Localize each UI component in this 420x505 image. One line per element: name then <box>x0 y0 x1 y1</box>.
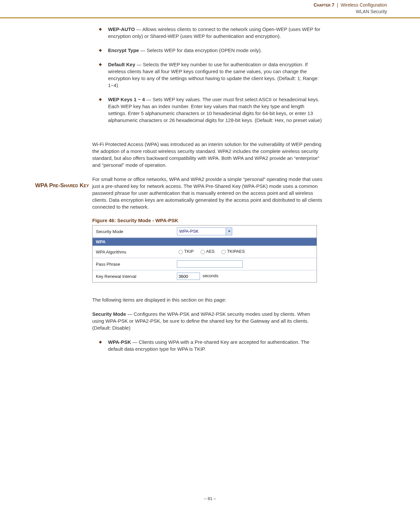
term: Default Key <box>108 62 135 67</box>
page-footer: – 81 – <box>0 496 420 501</box>
list-item: Default Key — Selects the WEP key number… <box>99 61 323 89</box>
term-text: — Selects WEP for data encryption (OPEN … <box>139 47 262 53</box>
radio-tkipaes[interactable]: TKIPAES <box>220 249 245 254</box>
term: Encrypt Type <box>108 47 139 53</box>
term-text: — Allows wireless clients to connect to … <box>108 26 320 39</box>
body-paragraph: For small home or office networks, WPA a… <box>92 176 323 210</box>
term: Security Mode <box>92 311 126 317</box>
radio-label: TKIPAES <box>227 249 245 254</box>
key-renewal-input[interactable] <box>177 273 200 280</box>
security-mode-select[interactable]: WPA-PSK <box>177 227 232 235</box>
chapter-title: Wireless Configuration <box>341 2 387 8</box>
radio-aes[interactable]: AES <box>199 249 215 254</box>
radio-label: AES <box>206 249 215 254</box>
term: WEP-AUTO <box>108 26 135 32</box>
term-text: — Clients using WPA with a Pre-shared Ke… <box>108 339 309 352</box>
pass-phrase-label: Pass Phrase <box>93 260 174 269</box>
security-mode-label: Security Mode <box>93 227 174 236</box>
list-item: WPA-PSK — Clients using WPA with a Pre-s… <box>99 339 323 352</box>
radio-label: TKIP <box>184 249 194 254</box>
term: WEP Keys 1 ~ 4 <box>108 97 145 102</box>
key-renewal-unit: seconds <box>203 273 218 278</box>
figure-caption: Figure 46: Security Mode - WPA-PSK <box>92 218 323 223</box>
pass-phrase-input[interactable] <box>177 260 243 268</box>
radio-tkip[interactable]: TKIP <box>177 249 194 254</box>
wpa-algorithms-label: WPA Algorithms <box>93 248 174 256</box>
figure-screenshot: Security Mode WPA-PSK WPA WPA Algorithms… <box>92 225 317 282</box>
key-renewal-label: Key Renewal Interval <box>93 272 174 281</box>
page-header: Chapter 7 | Wireless Configuration WLAN … <box>0 0 420 18</box>
term-text: — Selects the WEP key number to use for … <box>108 62 319 88</box>
side-heading: WPA Pre-Shared Key <box>33 182 89 189</box>
chapter-label: Chapter 7 <box>314 2 334 8</box>
chevron-down-icon <box>228 231 231 232</box>
header-section: WLAN Security <box>0 9 387 15</box>
list-item: WEP Keys 1 ~ 4 — Sets WEP key values. Th… <box>99 96 323 124</box>
list-item: WEP-AUTO — Allows wireless clients to co… <box>99 26 323 40</box>
list-item: Encrypt Type — Selects WEP for data encr… <box>99 47 323 54</box>
body-paragraph: The following items are displayed in thi… <box>92 296 323 303</box>
term: WPA-PSK <box>108 339 131 345</box>
wpa-section-header: WPA <box>93 238 317 246</box>
security-mode-value: WPA-PSK <box>179 229 199 234</box>
body-paragraph: Security Mode — Configures the WPA-PSK a… <box>92 311 323 331</box>
body-paragraph: Wi-Fi Protected Access (WPA) was introdu… <box>92 141 323 168</box>
